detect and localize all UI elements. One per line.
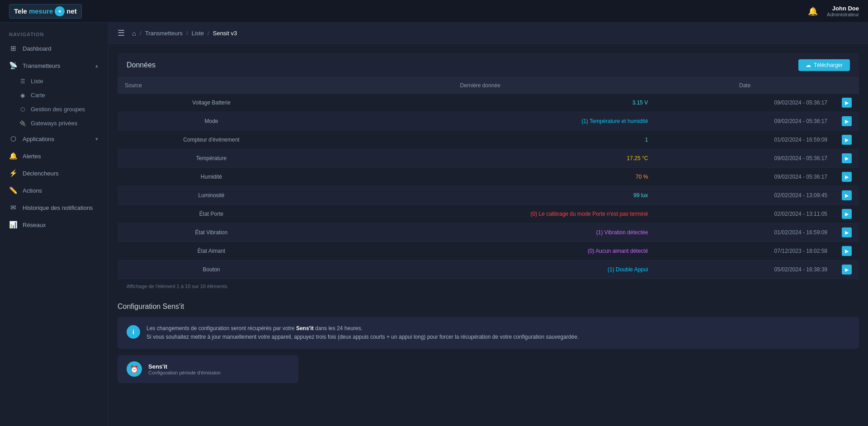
bell-icon[interactable]: 🔔: [808, 6, 818, 16]
liste-icon: ☰: [19, 78, 26, 85]
donnees-table: Source Dernière donnée Date Voltage Batt…: [118, 78, 859, 279]
sidebar-item-label: Actions: [23, 187, 99, 194]
cell-source: Bouton: [118, 260, 305, 279]
cell-value: 17.25 °C: [305, 149, 655, 168]
sidebar-item-gateways[interactable]: 🔌 Gateways privées: [0, 116, 108, 130]
chevron-down-icon: ▼: [94, 137, 99, 142]
row-action-button[interactable]: ▶: [842, 116, 852, 126]
breadcrumb-liste[interactable]: Liste: [192, 30, 204, 37]
sidebar-item-label: Historique des notifications: [23, 204, 99, 211]
dashboard-icon: ⊞: [9, 44, 17, 52]
sidebar-item-transmetteurs[interactable]: 📡 Transmetteurs ▲: [0, 57, 108, 74]
table-row: Bouton (1) Double Appui 05/02/2024 - 16:…: [118, 260, 859, 279]
cell-action: ▶: [835, 149, 859, 168]
sidebar-item-gestion-groupes[interactable]: ⬡ Gestion des groupes: [0, 102, 108, 116]
cell-value: 3.15 V: [305, 94, 655, 112]
info-text: Les changements de configuration seront …: [146, 324, 579, 341]
cell-action: ▶: [835, 242, 859, 260]
cell-source: Voltage Batterie: [118, 94, 305, 112]
configuration-section: Configuration Sens'it i Les changements …: [118, 303, 859, 383]
sidebar-item-alertes[interactable]: 🔔 Alertes: [0, 147, 108, 165]
col-last-data: Dernière donnée: [305, 78, 655, 94]
gateways-icon: 🔌: [19, 120, 26, 127]
row-action-button[interactable]: ▶: [842, 172, 852, 182]
user-info: John Doe Administrateur: [827, 5, 859, 17]
chevron-up-icon: ▲: [94, 63, 99, 68]
logo-box: Tele mesure ● net: [9, 4, 82, 19]
sidebar-sub-label: Carte: [31, 92, 45, 99]
row-action-button[interactable]: ▶: [842, 135, 852, 145]
menu-icon[interactable]: ☰: [118, 28, 125, 38]
table-row: Mode (1) Température et humidité 09/02/2…: [118, 112, 859, 131]
sidebar-item-dashboard[interactable]: ⊞ Dashboard: [0, 40, 108, 57]
sidebar-item-historique[interactable]: ✉ Historique des notifications: [0, 199, 108, 216]
info-icon: i: [127, 325, 140, 339]
row-action-button[interactable]: ▶: [842, 190, 852, 200]
cell-action: ▶: [835, 94, 859, 112]
donnees-header: Données ☁ Télécharger: [118, 53, 859, 78]
logo-mesure: mesure: [29, 7, 53, 15]
cell-date: 05/02/2024 - 16:38:39: [655, 260, 835, 279]
sidebar-item-label: Déclencheurs: [23, 170, 99, 177]
reseaux-icon: 📊: [9, 221, 17, 229]
sidebar-item-actions[interactable]: ✏️ Actions: [0, 182, 108, 199]
table-row: État Aimant (0) Aucun aimant détecté 07/…: [118, 242, 859, 260]
table-row: Température 17.25 °C 09/02/2024 - 05:36:…: [118, 149, 859, 168]
config-title: Configuration Sens'it: [118, 303, 859, 311]
sidebar-item-declencheurs[interactable]: ⚡ Déclencheurs: [0, 165, 108, 182]
sidebar-item-label: Alertes: [23, 153, 99, 160]
sidebar-item-liste[interactable]: ☰ Liste: [0, 74, 108, 88]
row-action-button[interactable]: ▶: [842, 209, 852, 219]
alertes-icon: 🔔: [9, 152, 17, 160]
sensit-sub: Configuration période d'émission: [148, 370, 221, 375]
historique-icon: ✉: [9, 204, 17, 212]
logo-tele: Tele: [14, 7, 27, 15]
cell-value: (1) Vibration détectée: [305, 223, 655, 242]
cell-date: 07/12/2023 - 18:02:58: [655, 242, 835, 260]
sensit-info: Sens'it Configuration période d'émission: [148, 363, 221, 375]
row-action-button[interactable]: ▶: [842, 246, 852, 256]
table-row: État Vibration (1) Vibration détectée 01…: [118, 223, 859, 242]
logo: Tele mesure ● net: [9, 4, 82, 19]
sidebar-item-label: Dashboard: [23, 45, 99, 52]
cell-date: 02/02/2024 - 13:09:45: [655, 186, 835, 205]
download-button[interactable]: ☁ Télécharger: [798, 59, 850, 71]
breadcrumb-transmetteurs[interactable]: Transmetteurs: [145, 30, 183, 37]
cell-action: ▶: [835, 260, 859, 279]
breadcrumb-sep: /: [208, 30, 209, 37]
cell-date: 01/02/2024 - 16:59:09: [655, 223, 835, 242]
sidebar-sub-label: Gestion des groupes: [31, 106, 85, 113]
row-action-button[interactable]: ▶: [842, 227, 852, 237]
donnees-card: Données ☁ Télécharger Source Dernière do…: [118, 53, 859, 293]
row-action-button[interactable]: ▶: [842, 265, 852, 275]
donnees-title: Données: [127, 61, 156, 69]
cell-date: 09/02/2024 - 05:36:17: [655, 168, 835, 186]
home-icon[interactable]: ⌂: [132, 29, 136, 37]
sensit-card[interactable]: ⏰ Sens'it Configuration période d'émissi…: [118, 355, 298, 383]
info-box: i Les changements de configuration seron…: [118, 317, 859, 349]
user-name: John Doe: [827, 5, 859, 12]
cell-date: 02/02/2024 - 13:11:05: [655, 205, 835, 223]
row-action-button[interactable]: ▶: [842, 153, 852, 163]
table-row: Luminosité 99 lux 02/02/2024 - 13:09:45 …: [118, 186, 859, 205]
sidebar-item-applications[interactable]: ⬡ Applications ▼: [0, 130, 108, 147]
row-action-button[interactable]: ▶: [842, 98, 852, 108]
download-label: Télécharger: [814, 62, 843, 68]
cell-source: État Vibration: [118, 223, 305, 242]
download-icon: ☁: [806, 62, 811, 68]
logo-dot: ●: [55, 6, 65, 16]
sidebar-item-reseaux[interactable]: 📊 Réseaux: [0, 216, 108, 233]
breadcrumb: ☰ ⌂ / Transmetteurs / Liste / Sensit v3: [108, 23, 868, 44]
layout: Navigation ⊞ Dashboard 📡 Transmetteurs ▲…: [0, 23, 868, 426]
cell-action: ▶: [835, 112, 859, 131]
applications-icon: ⬡: [9, 135, 17, 143]
sidebar-item-carte[interactable]: ◉ Carte: [0, 88, 108, 102]
col-action: [835, 78, 859, 94]
table-row: Humidité 70 % 09/02/2024 - 05:36:17 ▶: [118, 168, 859, 186]
transmetteurs-sub: ☰ Liste ◉ Carte ⬡ Gestion des groupes 🔌 …: [0, 74, 108, 130]
cell-value: (1) Double Appui: [305, 260, 655, 279]
topbar-right: 🔔 John Doe Administrateur: [808, 5, 859, 17]
cell-date: 09/02/2024 - 05:36:17: [655, 112, 835, 131]
sidebar: Navigation ⊞ Dashboard 📡 Transmetteurs ▲…: [0, 23, 108, 426]
cell-value: (0) Le calibrage du mode Porte n'est pas…: [305, 205, 655, 223]
